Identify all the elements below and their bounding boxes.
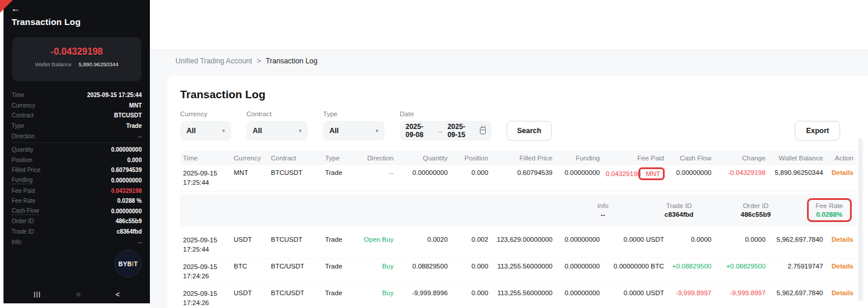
- transaction-detail-list: Time2025-09-15 17:25:44 CurrencyMNT Cont…: [12, 90, 142, 247]
- search-button[interactable]: Search: [507, 121, 552, 141]
- bybit-logo-text: BYBIT: [119, 260, 138, 267]
- currency-select[interactable]: All ▾: [180, 121, 231, 141]
- date-end: 2025-09-15: [447, 123, 475, 139]
- detail-row-type: TypeTrade: [12, 121, 142, 131]
- transaction-log-card: Transaction Log Currency All ▾ Contract …: [167, 76, 868, 308]
- change-amount: -0.04329198: [12, 46, 141, 57]
- detail-row-info: Info--: [12, 237, 142, 247]
- mobile-page-title: Transaction Log: [12, 17, 81, 27]
- col-currency: Currency: [231, 151, 268, 165]
- table-row: 2025-09-1517:25:44 USDT BTCUSDT Trade Op…: [180, 232, 856, 259]
- date-filter-label: Date: [400, 110, 492, 117]
- date-start: 2025-09-08: [406, 123, 433, 139]
- details-link[interactable]: Details: [831, 289, 853, 296]
- detail-row-cash-flow: Cash Flow0.00000000: [12, 206, 142, 217]
- detail-row-fee-rate: Fee Rate0.0288 %: [12, 196, 142, 206]
- col-fee-paid: Fee Paid: [602, 151, 667, 165]
- table-header-row: Time Currency Contract Type Direction Qu…: [180, 151, 856, 165]
- page-background: Unified Trading Account > Transaction Lo…: [150, 49, 868, 308]
- contract-select[interactable]: All ▾: [246, 121, 308, 141]
- type-select[interactable]: All ▾: [323, 121, 385, 141]
- transaction-table: Time Currency Contract Type Direction Qu…: [180, 151, 856, 308]
- breadcrumb-parent-link[interactable]: Unified Trading Account: [175, 57, 252, 65]
- nav-back-icon[interactable]: <: [116, 291, 120, 299]
- page-title: Transaction Log: [167, 76, 868, 101]
- detail-row-currency: CurrencyMNT: [12, 101, 142, 111]
- details-link[interactable]: Details: [831, 169, 853, 176]
- breadcrumb-current: Transaction Log: [266, 57, 317, 65]
- breadcrumb: Unified Trading Account > Transaction Lo…: [175, 57, 318, 65]
- detail-row-filled-price: Filled Price0.60794539: [12, 165, 142, 176]
- calendar-icon[interactable]: [480, 127, 486, 134]
- subrow-order-id: Order ID486c55b9: [733, 202, 779, 218]
- col-cash-flow: Cash Flow: [667, 151, 714, 165]
- annotation-box-fee-unit: MNT: [639, 167, 665, 180]
- annotation-box-fee-rate: Fee Rate0.0288%: [807, 198, 852, 222]
- chevron-down-icon: ▾: [375, 128, 378, 134]
- date-range-input[interactable]: 2025-09-08 → 2025-09-15: [400, 121, 492, 141]
- col-time: Time: [180, 151, 231, 165]
- wallet-balance-value: 5,890.96250344: [78, 61, 119, 67]
- col-direction: Direction: [353, 151, 397, 165]
- balance-summary-card: -0.04329198 Wallet Balance 5,890.9625034…: [12, 37, 141, 81]
- col-wallet-balance: Wallet Balance: [769, 151, 826, 165]
- export-button[interactable]: Export: [795, 121, 840, 141]
- detail-row-order-id: Order ID486c55b9: [12, 216, 142, 227]
- detail-row-contract: ContractBTCUSDT: [12, 110, 142, 121]
- detail-row-position: Position0.000: [12, 155, 142, 166]
- home-icon[interactable]: ○: [76, 290, 81, 299]
- chevron-right-icon: >: [257, 57, 261, 65]
- type-filter-label: Type: [323, 110, 385, 117]
- details-link[interactable]: Details: [831, 236, 853, 243]
- date-filter: Date 2025-09-08 → 2025-09-15: [400, 110, 492, 141]
- detail-row-direction: Direction--: [12, 131, 142, 141]
- contract-filter: Contract All ▾: [246, 110, 308, 141]
- type-filter: Type All ▾: [323, 110, 385, 141]
- android-nav-bar: ||| ○ <: [3, 290, 150, 299]
- table-row: 2025-09-1517:25:44 MNT BTCUSDT Trade -- …: [180, 165, 856, 192]
- divider: [12, 142, 142, 143]
- chevron-down-icon: ▾: [222, 128, 225, 134]
- arrow-right-icon: →: [437, 127, 443, 134]
- filter-bar: Currency All ▾ Contract All ▾ Type: [180, 110, 863, 141]
- detail-row-funding: Funding0.00000000: [12, 176, 142, 186]
- detail-row-quantity: Quantity0.00000000: [12, 145, 142, 155]
- table-row: 2025-09-1517:24:26 USDT BTC/USDT Trade B…: [180, 285, 856, 308]
- detail-row-time: Time2025-09-15 17:25:44: [12, 90, 142, 101]
- table-row: 2025-09-1517:24:26 BTC BTC/USDT Trade Bu…: [180, 259, 856, 285]
- expanded-detail-row: Info-- Trade IDc8364fbd Order ID486c55b9…: [180, 192, 856, 232]
- contract-filter-label: Contract: [246, 110, 308, 117]
- record-corner-marker: [0, 0, 13, 13]
- col-type: Type: [322, 151, 352, 165]
- detail-row-fee-paid: Fee Paid0.04329198: [12, 185, 142, 196]
- details-link[interactable]: Details: [831, 263, 853, 270]
- currency-filter: Currency All ▾: [180, 110, 231, 141]
- col-change: Change: [714, 151, 768, 165]
- subrow-info: Info--: [589, 202, 618, 218]
- vertical-scrollbar[interactable]: [858, 138, 863, 301]
- web-page: Unified Trading Account > Transaction Lo…: [150, 0, 868, 308]
- col-quantity: Quantity: [396, 151, 450, 165]
- col-action: Action: [826, 151, 856, 165]
- col-contract: Contract: [268, 151, 322, 165]
- wallet-balance-label: Wallet Balance: [35, 61, 71, 67]
- chevron-down-icon: ▾: [299, 128, 302, 134]
- recents-icon[interactable]: |||: [34, 291, 41, 298]
- mobile-app-panel: ← Transaction Log -0.04329198 Wallet Bal…: [3, 0, 150, 303]
- currency-filter-label: Currency: [180, 110, 231, 117]
- col-funding: Funding: [555, 151, 602, 165]
- bybit-logo: BYBIT: [114, 250, 142, 277]
- col-filled-price: Filled Price: [491, 151, 555, 165]
- detail-row-trade-id: Trade IDc8364fbd: [12, 227, 142, 237]
- col-position: Position: [451, 151, 492, 165]
- subrow-trade-id: Trade IDc8364fbd: [656, 202, 702, 218]
